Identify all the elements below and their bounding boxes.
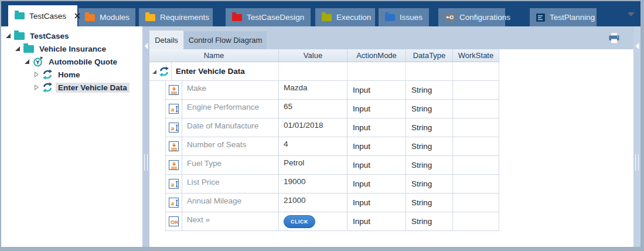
textbox-icon: a (165, 194, 182, 212)
tab-issues[interactable]: Issues (379, 8, 429, 26)
expanded-triangle-icon[interactable] (152, 69, 157, 74)
row-actionmode[interactable]: Input (347, 100, 406, 118)
ok-button-icon: OK (165, 212, 182, 230)
row-workstate[interactable] (452, 175, 499, 193)
collapsed-triangle-icon[interactable] (33, 84, 39, 90)
tab-overflow-dropdown-icon[interactable] (628, 12, 635, 16)
print-button[interactable] (607, 31, 621, 45)
parent-row-actionmode[interactable] (347, 62, 406, 80)
row-name[interactable]: Annual Mileage (182, 194, 278, 212)
row-workstate[interactable] (452, 137, 499, 155)
tab-details[interactable]: Details (149, 30, 183, 49)
table-parent-row[interactable]: Enter Vehicle Data (149, 62, 499, 81)
row-actionmode[interactable]: Input (347, 156, 406, 174)
row-value[interactable]: Petrol (278, 156, 347, 174)
tab-control-flow-diagram[interactable]: Control Flow Diagram (184, 30, 267, 49)
row-name[interactable]: Make (182, 81, 278, 99)
tree-item-label[interactable]: Home (56, 70, 83, 80)
row-workstate[interactable] (452, 81, 499, 99)
row-actionmode[interactable]: Input (347, 175, 406, 193)
tree-item-enter-vehicle-data[interactable]: Enter Vehicle Data (1, 81, 142, 94)
svg-text:OK: OK (171, 218, 178, 225)
tab-label: Execution (336, 13, 371, 22)
tree-item-label[interactable]: Automobile Quote (46, 57, 120, 67)
row-actionmode[interactable]: Input (347, 137, 406, 155)
row-datatype[interactable]: String (406, 100, 452, 118)
row-value[interactable]: 01/01/2018 (278, 118, 347, 137)
tab-testplanning[interactable]: TestPlanning (530, 8, 597, 26)
row-datatype[interactable]: String (406, 194, 452, 212)
row-datatype[interactable]: String (406, 81, 452, 99)
close-icon[interactable] (74, 13, 80, 19)
row-name[interactable]: List Price (182, 175, 278, 193)
combobox-icon (165, 156, 182, 174)
tree-item-home[interactable]: Home (1, 68, 142, 81)
tab-modules[interactable]: Modules (79, 8, 135, 26)
collapsed-triangle-icon[interactable] (33, 72, 39, 77)
folder-icon (85, 14, 95, 21)
parent-row-workstate[interactable] (452, 62, 499, 80)
row-name[interactable]: Date of Manufacture (182, 118, 278, 137)
tab-requirements[interactable]: Requirements (139, 8, 213, 26)
connector-icon (445, 13, 455, 21)
row-value[interactable]: 65 (278, 100, 347, 118)
right-collapsed-panel-strip[interactable] (633, 26, 640, 247)
row-datatype[interactable]: String (406, 118, 452, 137)
row-value[interactable]: Mazda (278, 81, 347, 99)
tree-item-automobile-quote[interactable]: Automobile Quote (1, 55, 142, 68)
tab-testcasedesign[interactable]: TestCaseDesign (226, 8, 311, 26)
column-header-actionmode[interactable]: ActionMode (347, 49, 406, 62)
row-name[interactable]: Fuel Type (182, 156, 278, 174)
row-name[interactable]: Next » (182, 212, 278, 230)
column-header-workstate[interactable]: WorkState (452, 49, 499, 62)
row-name[interactable]: Engine Performance (182, 100, 278, 118)
splitter-grip[interactable] (144, 154, 148, 171)
row-actionmode[interactable]: Input (347, 118, 406, 137)
tree-item-label[interactable]: Enter Vehicle Data (56, 83, 130, 93)
parent-row-value[interactable] (278, 62, 347, 80)
parent-row-name[interactable]: Enter Vehicle Data (171, 62, 278, 80)
column-header-value[interactable]: Value (278, 49, 347, 62)
row-value[interactable]: 4 (278, 137, 347, 155)
expanded-triangle-icon[interactable] (14, 46, 21, 52)
row-workstate[interactable] (452, 118, 499, 137)
row-name[interactable]: Number of Seats (182, 137, 278, 155)
tree-item-label[interactable]: Vehicle Insurance (37, 44, 108, 54)
row-datatype[interactable]: String (406, 156, 452, 174)
teststep-folder-icon (42, 82, 53, 93)
row-workstate[interactable] (452, 100, 499, 118)
row-actionmode[interactable]: Input (347, 194, 406, 212)
folder-icon (322, 14, 332, 21)
tab-configurations[interactable]: Configurations (438, 8, 505, 26)
folder-icon (23, 45, 34, 53)
row-value: CLICK (278, 212, 347, 230)
tab-label: Issues (400, 13, 422, 22)
click-button[interactable]: CLICK (284, 215, 315, 228)
list-icon (536, 13, 545, 22)
left-splitter[interactable] (142, 26, 149, 247)
tree-item-label[interactable]: TestCases (28, 31, 71, 41)
expanded-triangle-icon[interactable] (23, 59, 30, 65)
row-workstate[interactable] (452, 212, 499, 230)
tab-execution[interactable]: Execution (315, 8, 375, 26)
parent-row-datatype[interactable] (406, 62, 452, 80)
row-datatype[interactable]: String (406, 175, 452, 193)
tree-item-vehicle-insurance[interactable]: Vehicle Insurance (1, 42, 142, 55)
row-datatype[interactable]: String (406, 212, 452, 230)
tab-testcases[interactable]: TestCases (8, 5, 77, 26)
row-value[interactable]: 19000 (278, 175, 347, 193)
collapse-left-arrow-icon[interactable] (144, 43, 148, 49)
row-workstate[interactable] (452, 194, 499, 212)
collapse-right-arrow-icon[interactable] (635, 43, 639, 49)
row-datatype[interactable]: String (406, 137, 452, 155)
table-row: Make Mazda Input String (165, 81, 499, 100)
column-header-name[interactable]: Name (149, 49, 278, 62)
expanded-triangle-icon[interactable] (5, 33, 11, 39)
row-actionmode[interactable]: Input (347, 81, 406, 99)
row-workstate[interactable] (452, 156, 499, 174)
row-value[interactable]: 21000 (278, 194, 347, 212)
row-actionmode[interactable]: Input (347, 212, 406, 230)
splitter-grip[interactable] (635, 154, 639, 171)
tree-item-testcases[interactable]: TestCases (1, 29, 142, 42)
column-header-datatype[interactable]: DataType (406, 49, 452, 62)
